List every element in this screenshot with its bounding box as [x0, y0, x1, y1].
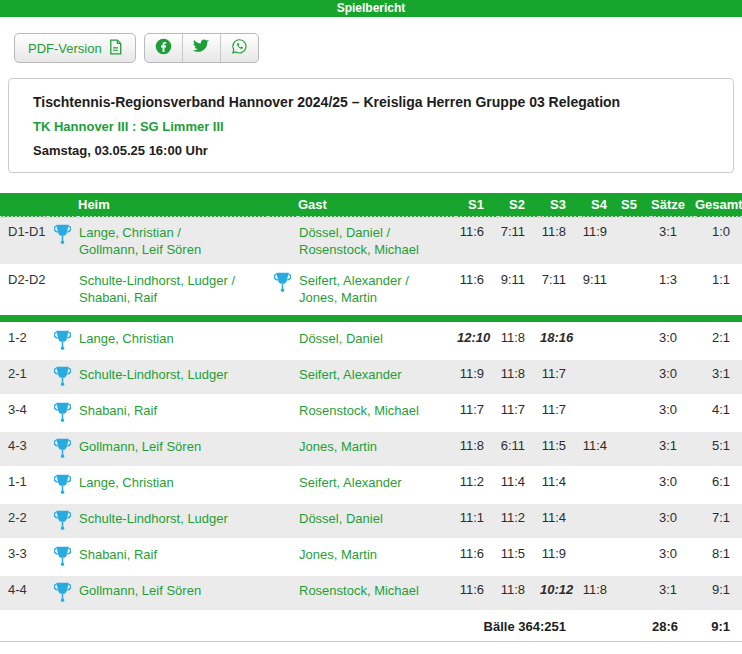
col-header-gast: Gast: [298, 193, 456, 217]
player-name[interactable]: Seifert, Alexander: [299, 366, 455, 383]
col-header-spacer: [268, 193, 298, 217]
home-players: Gollmann, Leif Sören: [78, 431, 268, 467]
set-score-4: [580, 323, 621, 359]
set-score-4: 11:4: [580, 431, 621, 467]
toolbar: PDF-Version: [14, 33, 742, 63]
gesamt-value: 1:0: [695, 217, 742, 265]
col-header-s2: S2: [498, 193, 539, 217]
guest-players: Seifert, Alexander /Jones, Martin: [298, 265, 456, 314]
totals-saetze: 28:6: [651, 611, 695, 642]
saetze-value: 3:0: [651, 503, 695, 539]
home-winner-trophy-icon: [54, 438, 77, 460]
set-score-3: 18:16: [539, 323, 580, 359]
row-label: D2-D2: [0, 265, 48, 314]
player-name[interactable]: Lange, Christian /: [79, 224, 267, 241]
player-name[interactable]: Schulte-Lindhorst, Ludger: [79, 510, 267, 527]
player-name[interactable]: Gollmann, Leif Sören: [79, 582, 267, 599]
totals-row: Bälle 364:251 28:6 9:1: [0, 611, 742, 642]
set-score-1: 11:7: [456, 395, 498, 431]
table-row: 1-1 Lange, Christian: [0, 467, 742, 503]
home-players: Lange, Christian: [78, 467, 268, 503]
player-name[interactable]: Rosenstock, Michael: [299, 241, 455, 258]
guest-players: Jones, Martin: [298, 539, 456, 575]
player-name[interactable]: Dössel, Daniel: [299, 330, 455, 347]
player-name[interactable]: Lange, Christian: [79, 330, 267, 347]
gesamt-value: 1:1: [695, 265, 742, 314]
set-score-5: [621, 503, 651, 539]
row-label: 3-4: [0, 395, 48, 431]
set-score-1: 11:9: [456, 359, 498, 395]
singles-section: 1-2 Lange, Christian: [0, 323, 742, 611]
saetze-value: 3:0: [651, 395, 695, 431]
set-score-5: [621, 467, 651, 503]
whatsapp-share-button[interactable]: [221, 34, 258, 62]
player-name[interactable]: Gollmann, Leif Sören: [79, 241, 267, 258]
home-players: Lange, Christian /Gollmann, Leif Sören: [78, 217, 268, 265]
set-score-5: [621, 217, 651, 265]
player-name[interactable]: Dössel, Daniel /: [299, 224, 455, 241]
home-players: Shabani, Raif: [78, 539, 268, 575]
set-score-2: 11:8: [498, 323, 539, 359]
match-date: Samstag, 03.05.25 16:00 Uhr: [33, 143, 709, 158]
player-name[interactable]: Jones, Martin: [299, 289, 455, 306]
league-title: Tischtennis-Regionsverband Hannover 2024…: [33, 94, 709, 110]
set-score-5: [621, 323, 651, 359]
set-score-5: [621, 431, 651, 467]
guest-players: Dössel, Daniel: [298, 323, 456, 359]
set-score-1: 11:2: [456, 467, 498, 503]
set-score-4: 9:11: [580, 265, 621, 314]
twitter-share-button[interactable]: [183, 34, 221, 62]
set-score-3: 11:7: [539, 359, 580, 395]
match-teams[interactable]: TK Hannover III : SG Limmer III: [33, 119, 709, 134]
guest-winner-trophy-icon: [274, 272, 297, 294]
doubles-section: D1-D1 Lange, Christian /Gollmann, Leif S…: [0, 217, 742, 314]
set-score-4: [580, 359, 621, 395]
table-row: 1-2 Lange, Christian: [0, 323, 742, 359]
player-name[interactable]: Shabani, Raif: [79, 402, 267, 419]
player-name[interactable]: Shabani, Raif: [79, 546, 267, 563]
set-score-2: 11:5: [498, 539, 539, 575]
set-score-4: [580, 395, 621, 431]
player-name[interactable]: Gollmann, Leif Sören: [79, 438, 267, 455]
set-score-2: 11:4: [498, 467, 539, 503]
player-name[interactable]: Seifert, Alexander: [299, 474, 455, 491]
player-name[interactable]: Seifert, Alexander /: [299, 272, 455, 289]
player-name[interactable]: Shabani, Raif: [79, 289, 267, 306]
row-label: 4-3: [0, 431, 48, 467]
guest-players: Jones, Martin: [298, 431, 456, 467]
player-name[interactable]: Jones, Martin: [299, 438, 455, 455]
row-label: 2-1: [0, 359, 48, 395]
player-name[interactable]: Jones, Martin: [299, 546, 455, 563]
whatsapp-icon: [231, 38, 248, 58]
set-score-3: 11:4: [539, 503, 580, 539]
gesamt-value: 5:1: [695, 431, 742, 467]
pdf-version-button[interactable]: PDF-Version: [14, 33, 136, 63]
set-score-2: 11:7: [498, 395, 539, 431]
table-row: 4-4 Gollmann, Leif Sören: [0, 575, 742, 611]
guest-players: Rosenstock, Michael: [298, 395, 456, 431]
home-players: Shabani, Raif: [78, 395, 268, 431]
guest-players: Rosenstock, Michael: [298, 575, 456, 611]
set-score-4: 11:8: [580, 575, 621, 611]
player-name[interactable]: Lange, Christian: [79, 474, 267, 491]
player-name[interactable]: Rosenstock, Michael: [299, 582, 455, 599]
set-score-4: [580, 503, 621, 539]
saetze-value: 3:1: [651, 217, 695, 265]
match-report-table: Heim Gast S1 S2 S3 S4 S5 Sätze Gesamt D1…: [0, 193, 742, 642]
saetze-value: 3:0: [651, 359, 695, 395]
set-score-3: 10:12: [539, 575, 580, 611]
player-name[interactable]: Dössel, Daniel: [299, 510, 455, 527]
player-name[interactable]: Rosenstock, Michael: [299, 402, 455, 419]
set-score-2: 11:2: [498, 503, 539, 539]
pdf-version-label: PDF-Version: [28, 41, 102, 56]
set-score-5: [621, 395, 651, 431]
table-row: D1-D1 Lange, Christian /Gollmann, Leif S…: [0, 217, 742, 265]
row-label: 4-4: [0, 575, 48, 611]
set-score-1: 11:6: [456, 265, 498, 314]
player-name[interactable]: Schulte-Lindhorst, Ludger /: [79, 272, 267, 289]
player-name[interactable]: Schulte-Lindhorst, Ludger: [79, 366, 267, 383]
col-header-s4: S4: [580, 193, 621, 217]
gesamt-value: 6:1: [695, 467, 742, 503]
facebook-share-button[interactable]: [145, 34, 183, 62]
set-score-3: 11:7: [539, 395, 580, 431]
